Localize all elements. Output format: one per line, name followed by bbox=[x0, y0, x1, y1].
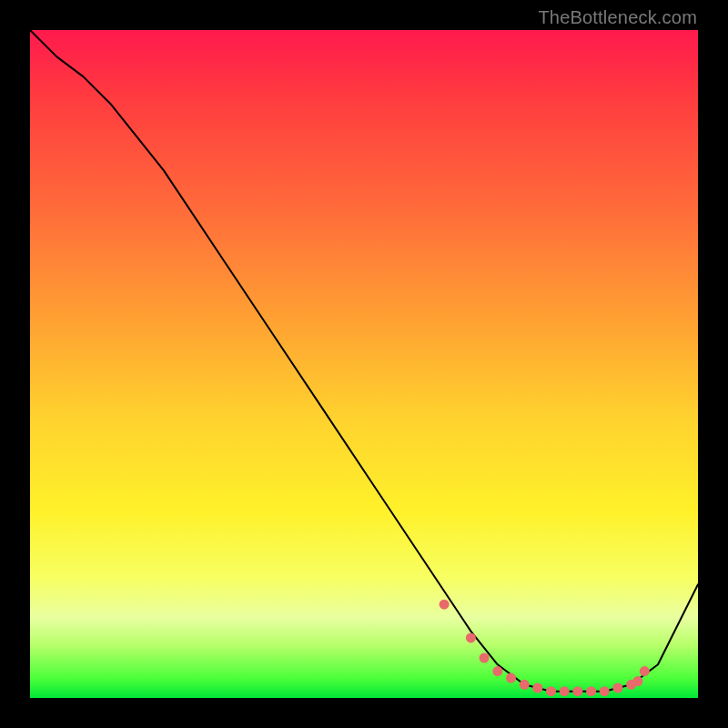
svg-point-7 bbox=[546, 686, 556, 696]
svg-point-14 bbox=[632, 676, 642, 686]
svg-point-8 bbox=[560, 686, 570, 696]
chart-svg bbox=[30, 30, 698, 698]
marker-dots bbox=[440, 600, 650, 697]
chart-frame: TheBottleneck.com bbox=[0, 0, 728, 728]
svg-point-3 bbox=[492, 666, 502, 676]
svg-point-15 bbox=[640, 666, 650, 676]
svg-point-4 bbox=[506, 673, 516, 683]
svg-point-5 bbox=[520, 680, 530, 690]
svg-point-9 bbox=[572, 686, 582, 696]
curve-line bbox=[30, 30, 698, 692]
svg-point-12 bbox=[612, 683, 622, 693]
svg-point-1 bbox=[466, 632, 476, 642]
watermark-text: TheBottleneck.com bbox=[538, 7, 697, 28]
svg-point-2 bbox=[480, 653, 490, 663]
svg-point-6 bbox=[532, 683, 542, 693]
svg-point-0 bbox=[440, 600, 450, 610]
svg-point-11 bbox=[600, 686, 610, 696]
plot-area bbox=[30, 30, 698, 698]
svg-point-10 bbox=[586, 686, 596, 696]
